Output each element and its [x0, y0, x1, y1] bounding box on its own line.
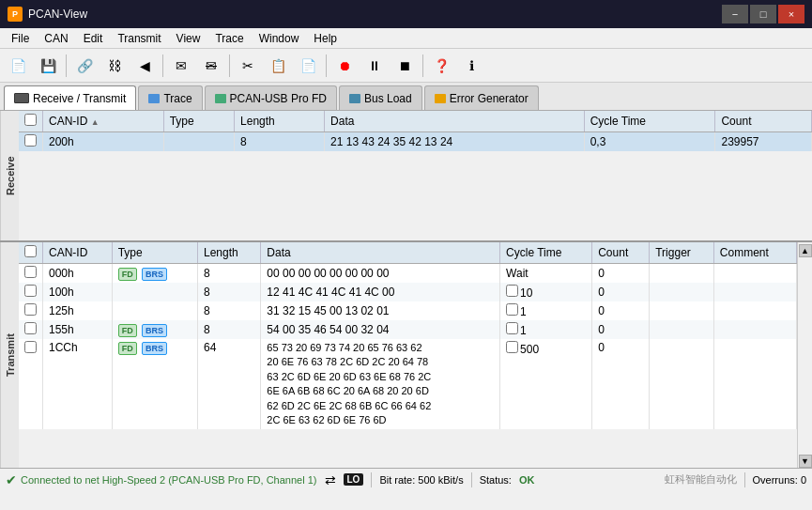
receive-row-0-cycletime: 0,3: [584, 132, 715, 152]
message-x-button[interactable]: ✉: [197, 53, 225, 79]
badge-brs-3: BRS: [142, 324, 167, 337]
transmit-table-header: CAN-ID Type Length Data Cycle Time Count…: [19, 242, 797, 264]
transmit-row-3-trigger: [650, 320, 714, 339]
transmit-check-all[interactable]: [24, 245, 37, 257]
transmit-row-1-trigger: [650, 283, 714, 301]
receive-col-cycletime: Cycle Time: [584, 111, 715, 132]
stop-button[interactable]: ⏹: [391, 53, 419, 79]
transmit-table: CAN-ID Type Length Data Cycle Time Count…: [19, 242, 797, 429]
scrollbar[interactable]: ▲ ▼: [797, 242, 812, 468]
status-label: Status:: [480, 474, 512, 486]
tab-bus-load[interactable]: Bus Load: [339, 85, 422, 110]
menu-edit[interactable]: Edit: [76, 30, 111, 47]
app-title: PCAN-View: [28, 8, 87, 21]
transmit-row-3[interactable]: 155h FD BRS 8 54 00 35 46 54 00 32 04 1 …: [19, 320, 797, 339]
tab-pcan-usb[interactable]: PCAN-USB Pro FD: [205, 85, 337, 110]
transmit-col-comment: Comment: [713, 242, 796, 264]
message-button[interactable]: ✉: [167, 53, 195, 79]
check-icon: ✔: [6, 472, 17, 487]
transmit-row-0-check[interactable]: [19, 264, 43, 284]
transmit-row-1-check[interactable]: [19, 283, 43, 301]
transmit-row-2-check[interactable]: [19, 301, 43, 320]
chart-icon: [349, 94, 360, 103]
transmit-col-count: Count: [592, 242, 650, 264]
transmit-col-trigger: Trigger: [650, 242, 714, 264]
new-button[interactable]: 📄: [4, 53, 32, 79]
status-sep-1: [371, 472, 372, 487]
monitor-icon: [14, 93, 29, 103]
transmit-row-1-data: 12 41 4C 41 4C 41 4C 00: [261, 283, 500, 301]
disconnect-button[interactable]: ⛓: [100, 53, 129, 79]
status-value: OK: [519, 474, 535, 486]
receive-table-wrapper: CAN-ID ▲ Type Length Data Cycle Time Cou…: [19, 111, 812, 240]
connection-status: ✔ Connected to net High-Speed 2 (PCAN-US…: [6, 472, 317, 487]
receive-row-0-check[interactable]: [19, 132, 43, 152]
copy-button[interactable]: 📋: [264, 53, 292, 79]
transmit-row-0[interactable]: 000h FD BRS 8 00 00 00 00 00 00 00 00 Wa…: [19, 264, 797, 284]
transmit-row-3-type: FD BRS: [112, 320, 197, 339]
transmit-row-4-canid: 1CCh: [43, 339, 113, 429]
receive-col-data: Data: [325, 111, 585, 132]
bitrate-text: Bit rate: 500 kBit/s: [379, 474, 463, 486]
toolbar-sep-2: [162, 54, 163, 77]
usb-icon-status: ⇄: [325, 472, 336, 487]
back-button[interactable]: ◀: [130, 53, 159, 79]
transmit-row-2-canid: 125h: [43, 301, 113, 320]
status-bar: ✔ Connected to net High-Speed 2 (PCAN-US…: [0, 468, 812, 490]
receive-row-0-count: 239957: [715, 132, 812, 152]
badge-brs-4: BRS: [142, 342, 167, 355]
menu-help[interactable]: Help: [306, 30, 345, 47]
record-button[interactable]: ⏺: [330, 53, 359, 79]
info-button[interactable]: ℹ: [457, 53, 485, 79]
transmit-row-4-comment: [713, 339, 796, 429]
save-button[interactable]: 💾: [34, 53, 62, 79]
menu-window[interactable]: Window: [252, 30, 307, 47]
help-button[interactable]: ❓: [427, 53, 455, 79]
minimize-button[interactable]: −: [722, 5, 748, 23]
transmit-row-4[interactable]: 1CCh FD BRS 64 65 73 20 69 73 74 20 65 7…: [19, 339, 797, 429]
scroll-down-button[interactable]: ▼: [799, 455, 812, 468]
scroll-up-button[interactable]: ▲: [799, 244, 812, 257]
receive-row-0[interactable]: 200h 8 21 13 43 24 35 42 13 24 0,3 23995…: [19, 132, 812, 152]
app-icon: P: [8, 7, 23, 22]
receive-col-canid[interactable]: CAN-ID ▲: [43, 111, 164, 132]
pause-button[interactable]: ⏸: [360, 53, 389, 79]
receive-row-0-canid: 200h: [43, 132, 164, 152]
receive-check-all[interactable]: [24, 114, 37, 126]
menu-file[interactable]: File: [4, 30, 37, 47]
menu-can[interactable]: CAN: [37, 30, 75, 47]
connect-button[interactable]: 🔗: [70, 53, 99, 79]
transmit-row-0-trigger: [650, 264, 714, 284]
tab-error-generator[interactable]: Error Generator: [424, 85, 539, 110]
close-button[interactable]: ×: [778, 5, 804, 23]
cut-button[interactable]: ✂: [234, 53, 262, 79]
menu-view[interactable]: View: [169, 30, 208, 47]
transmit-row-1-cycletime: 10: [500, 283, 592, 301]
transmit-row-4-check[interactable]: [19, 339, 43, 429]
maximize-button[interactable]: □: [750, 5, 776, 23]
receive-col-type: Type: [163, 111, 234, 132]
transmit-row-0-cycletime: Wait: [500, 264, 592, 284]
transmit-row-2-trigger: [650, 301, 714, 320]
transmit-col-length: Length: [197, 242, 260, 264]
menu-transmit[interactable]: Transmit: [110, 30, 168, 47]
receive-header-row: CAN-ID ▲ Type Length Data Cycle Time Cou…: [19, 111, 812, 132]
menu-trace[interactable]: Trace: [207, 30, 251, 47]
transmit-row-0-canid: 000h: [43, 264, 113, 284]
transmit-row-0-data: 00 00 00 00 00 00 00 00: [261, 264, 500, 284]
tab-receive-transmit[interactable]: Receive / Transmit: [4, 85, 136, 110]
transmit-row-0-length: 8: [197, 264, 260, 284]
window-controls: − □ ×: [722, 5, 804, 23]
transmit-row-1[interactable]: 100h 8 12 41 4C 41 4C 41 4C 00 10 0: [19, 283, 797, 301]
paste-button[interactable]: 📄: [294, 53, 322, 79]
transmit-row-2[interactable]: 125h 8 31 32 15 45 00 13 02 01 1 0: [19, 301, 797, 320]
transmit-col-data: Data: [261, 242, 500, 264]
trace-icon: [148, 94, 160, 103]
transmit-row-3-check[interactable]: [19, 320, 43, 339]
receive-row-0-type: [163, 132, 234, 152]
tab-trace[interactable]: Trace: [138, 85, 202, 110]
badge-brs-0: BRS: [142, 268, 167, 281]
sort-arrow-canid: ▲: [91, 117, 100, 127]
transmit-row-2-comment: [713, 301, 796, 320]
tab-bar: Receive / Transmit Trace PCAN-USB Pro FD…: [0, 83, 812, 111]
